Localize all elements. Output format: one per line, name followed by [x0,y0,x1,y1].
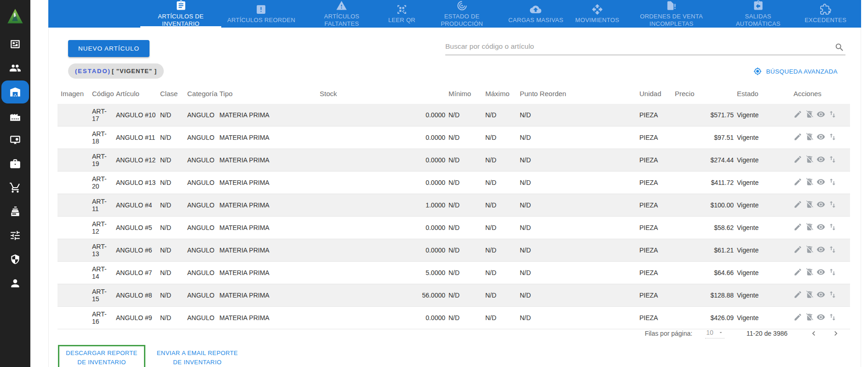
tab-excedentes[interactable]: EXCEDENTES [799,0,852,28]
eye-action-button[interactable] [816,268,825,276]
new-article-button[interactable]: NUEVO ARTÍCULO [68,40,149,57]
advanced-search-link[interactable]: BÚSQUEDA AVANZADA [753,67,838,75]
sidebar-item-production[interactable] [0,104,30,128]
tab-leer-qr[interactable]: LEER QR [382,0,421,28]
delete-disabled-action-button[interactable] [805,110,814,119]
eye-action-button[interactable] [816,178,825,186]
pencil-action-button[interactable] [793,290,802,299]
rows-per-page-select[interactable]: 10 [705,329,724,338]
column-header-categor-a: Categoría [184,86,216,104]
sidebar-item-tools[interactable] [0,152,30,176]
pencil-action-button[interactable] [793,178,802,186]
import-export-action-button[interactable] [828,223,837,231]
cell-minimo: N/D [445,194,482,217]
eye-action-button[interactable] [816,223,825,231]
eye-action-button[interactable] [816,155,825,164]
pencil-action-button[interactable] [793,132,802,141]
cell-tipo: MATERIA PRIMA [216,217,316,239]
delete-disabled-icon [805,268,814,276]
import-export-action-button[interactable] [828,155,837,164]
tab-cargas-masivas[interactable]: CARGAS MASIVAS [502,0,569,28]
sidebar-item-settings[interactable] [0,224,30,247]
import-export-action-button[interactable] [828,290,837,299]
delete-disabled-action-button[interactable] [805,313,814,321]
cell-categoria: ANGULO [184,149,216,172]
cell-codigo: ART-15 [89,284,113,307]
tab-movimientos[interactable]: MOVIMIENTOS [569,0,626,28]
tab-ordenes-de-venta-incompletas[interactable]: ORDENES DE VENTA INCOMPLETAS [625,0,718,28]
delete-disabled-action-button[interactable] [805,200,814,209]
column-header-punto-reorden: Punto Reorden [517,86,636,104]
cell-acciones [790,194,850,217]
search-input[interactable] [445,40,845,55]
sidebar-item-news[interactable] [0,32,30,56]
filter-chip-value: [ "VIGENTE" ] [112,68,157,75]
sidebar-item-users[interactable] [0,56,30,80]
sidebar-item-purchases[interactable] [0,176,30,200]
sidebar-item-sales[interactable] [0,200,30,224]
import-export-action-button[interactable] [828,200,837,209]
pencil-action-button[interactable] [793,110,802,119]
email-inventory-report-link[interactable]: ENVIAR A EMAIL REPORTE DE INVENTARIO [155,349,239,367]
pencil-icon [793,290,802,299]
people-icon [9,62,21,74]
eye-action-button[interactable] [816,290,825,299]
tab-salidas-autom-ticas[interactable]: SALIDAS AUTOMÁTICAS [718,0,799,28]
report-links: DESCARGAR REPORTE DE INVENTARIO ENVIAR A… [58,345,239,367]
previous-page-button[interactable] [808,327,820,339]
eye-action-button[interactable] [816,110,825,119]
import-export-action-button[interactable] [828,245,837,254]
cell-maximo: N/D [482,239,517,262]
import-export-action-button[interactable] [828,178,837,186]
filter-chip-estado[interactable]: (ESTADO) [ "VIGENTE" ] [68,63,164,79]
next-page-button[interactable] [830,327,842,339]
cell-acciones [790,284,850,307]
tab-estado-de-producci-n[interactable]: ESTADO DE PRODUCCIÓN [421,0,502,28]
eye-action-button[interactable] [816,132,825,141]
cell-estado: Vigente [734,262,790,284]
pencil-action-button[interactable] [793,200,802,209]
table-header-row: ImagenCódigoArtículoClaseCategoríaTipoSt… [57,86,850,104]
delete-disabled-action-button[interactable] [805,178,814,186]
import-export-action-button[interactable] [828,110,837,119]
tab-art-culos-reorden[interactable]: ARTÍCULOS REORDEN [221,0,301,28]
pencil-action-button[interactable] [793,268,802,276]
pencil-action-button[interactable] [793,223,802,231]
pencil-icon [793,132,802,141]
tab-art-culos-faltantes[interactable]: ARTÍCULOS FALTANTES [301,0,382,28]
delete-disabled-action-button[interactable] [805,268,814,276]
import-export-action-button[interactable] [828,313,837,321]
cell-stock: 0.0000 [316,172,445,194]
delete-disabled-action-button[interactable] [805,290,814,299]
pencil-action-button[interactable] [793,313,802,321]
import-export-action-button[interactable] [828,268,837,276]
delete-disabled-action-button[interactable] [805,223,814,231]
sidebar-item-warehouse[interactable] [0,80,30,104]
delete-disabled-action-button[interactable] [805,155,814,164]
eye-icon [816,110,825,119]
filter-chip-field: (ESTADO) [75,68,111,75]
cell-unidad: PIEZA [636,194,672,217]
cell-articulo: ANGULO #11 [113,126,157,149]
delete-disabled-action-button[interactable] [805,245,814,254]
cell-categoria: ANGULO [184,172,216,194]
table-row: ART-11ANGULO #4N/DANGULOMATERIA PRIMA1.0… [57,194,850,217]
sidebar-item-certificates[interactable] [0,128,30,152]
eye-action-button[interactable] [816,245,825,254]
pencil-action-button[interactable] [793,155,802,164]
search-icon[interactable] [834,42,845,52]
delete-disabled-action-button[interactable] [805,132,814,141]
eye-action-button[interactable] [816,313,825,321]
move-icon [592,4,603,15]
cell-articulo: ANGULO #9 [113,307,157,329]
pencil-icon [793,178,802,186]
sidebar-item-profile[interactable] [0,271,30,295]
import-export-action-button[interactable] [828,132,837,141]
pencil-action-button[interactable] [793,245,802,254]
box-alert-icon [255,4,267,15]
download-inventory-report-link[interactable]: DESCARGAR REPORTE DE INVENTARIO [62,349,141,367]
sidebar-item-security[interactable] [0,247,30,271]
eye-action-button[interactable] [816,200,825,209]
tab-art-culos-de-inventario[interactable]: ARTÍCULOS DE INVENTARIO [140,0,221,28]
import-export-icon [828,155,837,164]
